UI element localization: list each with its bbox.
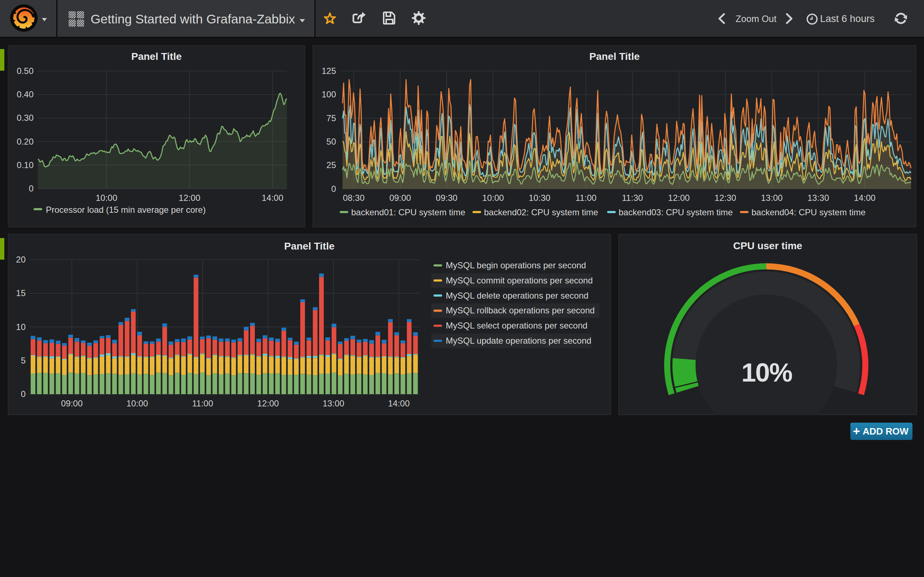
- svg-text:09:00: 09:00: [389, 193, 411, 203]
- svg-text:5: 5: [21, 356, 26, 365]
- svg-text:14:00: 14:00: [854, 193, 876, 203]
- svg-text:12:00: 12:00: [179, 193, 200, 203]
- svg-text:0.30: 0.30: [16, 113, 34, 122]
- svg-text:15: 15: [16, 288, 26, 298]
- svg-text:0: 0: [29, 184, 34, 193]
- svg-text:10:00: 10:00: [126, 398, 148, 408]
- svg-text:10%: 10%: [741, 358, 792, 387]
- svg-text:Getting Started with Grafana-Z: Getting Started with Grafana-Zabbix: [90, 12, 295, 26]
- svg-text:11:00: 11:00: [192, 398, 213, 408]
- svg-text:Panel Title: Panel Title: [590, 51, 640, 62]
- svg-text:MySQL select operations per se: MySQL select operations per second: [446, 321, 588, 330]
- svg-text:0.50: 0.50: [16, 66, 34, 76]
- svg-text:0.40: 0.40: [16, 89, 34, 99]
- svg-text:0: 0: [21, 389, 26, 399]
- svg-text:CPU user time: CPU user time: [733, 240, 802, 251]
- svg-text:0: 0: [331, 184, 336, 193]
- svg-text:11:00: 11:00: [575, 193, 596, 203]
- svg-text:0.10: 0.10: [16, 160, 34, 170]
- svg-text:10: 10: [16, 322, 26, 332]
- svg-text:09:00: 09:00: [61, 398, 82, 408]
- svg-text:13:30: 13:30: [808, 193, 829, 203]
- svg-text:Processor load (15 min average: Processor load (15 min average per core): [46, 205, 206, 214]
- svg-text:10:30: 10:30: [529, 193, 551, 203]
- svg-text:Panel Title: Panel Title: [284, 240, 334, 252]
- svg-text:backend04: CPU system time: backend04: CPU system time: [751, 207, 866, 217]
- svg-text:0.20: 0.20: [16, 137, 34, 147]
- svg-text:backend03: CPU system time: backend03: CPU system time: [619, 207, 733, 217]
- svg-text:12:30: 12:30: [715, 193, 736, 203]
- svg-text:backend01: CPU system time: backend01: CPU system time: [351, 207, 465, 217]
- svg-text:125: 125: [321, 66, 336, 76]
- svg-text:12:00: 12:00: [257, 398, 279, 408]
- svg-text:backend02: CPU system time: backend02: CPU system time: [484, 207, 598, 217]
- svg-text:MySQL commit operations per se: MySQL commit operations per second: [446, 276, 593, 285]
- svg-text:08:30: 08:30: [343, 193, 365, 203]
- svg-text:14:00: 14:00: [262, 193, 283, 203]
- svg-text:11:30: 11:30: [622, 193, 643, 203]
- svg-text:14:00: 14:00: [388, 398, 410, 408]
- svg-text:10:00: 10:00: [482, 193, 504, 203]
- svg-text:13:00: 13:00: [323, 398, 344, 408]
- svg-text:MySQL begin operations per sec: MySQL begin operations per second: [446, 260, 586, 270]
- svg-text:12:00: 12:00: [668, 193, 690, 203]
- svg-text:25: 25: [326, 160, 336, 170]
- svg-text:75: 75: [326, 113, 336, 123]
- svg-text:50: 50: [326, 137, 336, 147]
- svg-text:Zoom Out: Zoom Out: [736, 14, 776, 24]
- svg-text:Panel Title: Panel Title: [131, 51, 182, 62]
- svg-text:13:00: 13:00: [761, 193, 782, 203]
- svg-text:MySQL rollback operations per: MySQL rollback operations per second: [446, 305, 595, 315]
- svg-text:MySQL update operations per se: MySQL update operations per second: [446, 336, 591, 345]
- svg-text:10:00: 10:00: [96, 193, 117, 203]
- svg-text:09:30: 09:30: [436, 193, 457, 203]
- svg-text:100: 100: [321, 89, 336, 99]
- svg-text:MySQL delete operations per se: MySQL delete operations per second: [446, 291, 588, 300]
- svg-text:ADD ROW: ADD ROW: [863, 426, 909, 437]
- svg-text:20: 20: [16, 255, 26, 264]
- svg-text:Last 6 hours: Last 6 hours: [820, 13, 874, 24]
- svg-text:+: +: [853, 424, 860, 438]
